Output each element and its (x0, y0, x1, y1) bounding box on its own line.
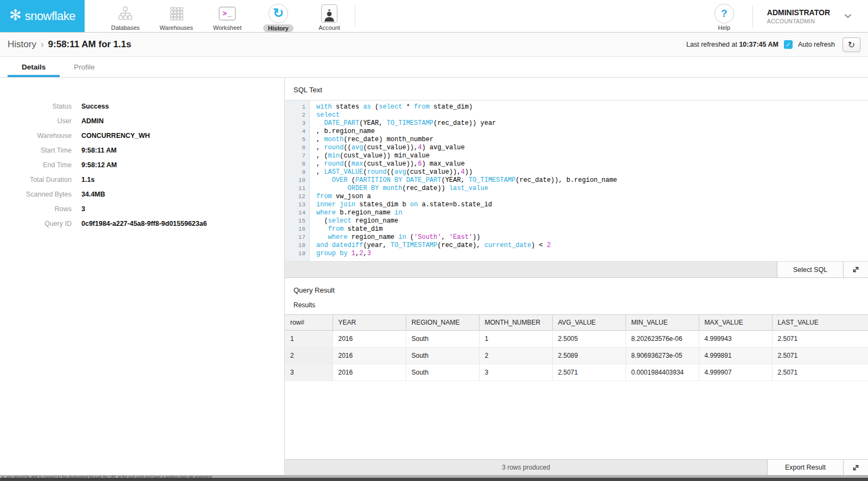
sql-line-number: 6 (285, 144, 309, 152)
sql-line-number: 18 (285, 242, 309, 250)
result-cell: 3 (479, 364, 552, 381)
nav-item-account[interactable]: Account (304, 0, 355, 32)
result-cell: 2016 (333, 347, 406, 364)
rows-produced-status: 3 rows produced (285, 460, 767, 475)
results-label: Results (285, 296, 868, 314)
column-header: AVG_VALUE (552, 315, 626, 331)
nav-label: Warehouses (159, 24, 193, 31)
query-result-title: Query Result (285, 278, 868, 296)
sql-line: where b.region_name in (316, 209, 868, 217)
sql-line: (select region_name (316, 217, 868, 225)
user-role: ACCOUNTADMIN (767, 18, 830, 24)
result-cell: 1 (479, 331, 552, 347)
column-header: REGION_NAME (406, 315, 479, 331)
result-cell: 2016 (333, 331, 406, 347)
result-cell: 2.5071 (772, 364, 868, 381)
cutoff-strip: ly, you should be able to connect to the… (0, 475, 868, 481)
result-row: 12016South12.50058.202623576e-064.999943… (285, 331, 868, 347)
detail-label: User (0, 117, 72, 125)
sql-line-number: 17 (285, 233, 309, 242)
auto-refresh-checkbox[interactable]: ✓ (784, 40, 793, 49)
sql-line-number: 5 (285, 136, 309, 144)
nav-item-worksheet[interactable]: >_ Worksheet (202, 0, 253, 32)
refresh-button[interactable]: ↻ (843, 37, 860, 52)
user-name: ADMINISTRATOR (767, 8, 830, 17)
sql-line-number: 11 (285, 185, 309, 193)
sql-line-number: 10 (285, 176, 309, 185)
tab-profile[interactable]: Profile (60, 57, 108, 77)
sql-line: OVER (PARTITION BY DATE_PART(YEAR, TO_TI… (316, 176, 868, 185)
sql-line: group by 1,2,3 (316, 250, 868, 258)
sql-toolbar: Select SQL (285, 262, 868, 278)
result-cell: 2 (285, 347, 333, 364)
result-cell: 2.5071 (772, 331, 868, 347)
detail-row: WarehouseCONCURRENCY_WH (0, 132, 284, 140)
detail-row: Rows3 (0, 205, 284, 213)
detail-label: Rows (0, 205, 72, 213)
result-cell: 0.0001984403934 (626, 364, 699, 381)
sql-line-number: 19 (285, 250, 309, 258)
detail-label: Start Time (0, 147, 72, 154)
select-sql-button[interactable]: Select SQL (777, 262, 843, 277)
result-cell: 8.906936273e-05 (626, 347, 699, 364)
breadcrumb-separator-icon: › (41, 39, 44, 50)
result-cell: South (406, 364, 479, 381)
result-cell: 2016 (333, 364, 406, 381)
sql-line-number: 2 (285, 111, 309, 119)
result-cell: 2.5071 (552, 364, 626, 381)
last-refreshed-text: Last refreshed at 10:37:45 AM (686, 41, 778, 48)
sql-line-number: 4 (285, 128, 309, 136)
sql-line-number: 16 (285, 225, 309, 233)
sql-text-title: SQL Text (285, 78, 868, 100)
sql-line: with states as (select * from state_dim) (316, 103, 868, 111)
results-footer: 3 rows produced Export Result (285, 459, 868, 475)
help-icon: ? (714, 4, 734, 23)
breadcrumb-bar: History › 9:58:11 AM for 1.1s Last refre… (0, 33, 868, 57)
export-result-button[interactable]: Export Result (767, 460, 843, 475)
column-header: row# (285, 315, 333, 331)
account-icon (321, 4, 337, 23)
sql-line: , (min(cust_value)) min_value (316, 152, 868, 160)
sql-line-number: 15 (285, 217, 309, 225)
breadcrumb-root[interactable]: History (8, 39, 36, 50)
sql-line-number: 9 (285, 168, 309, 176)
column-header: MIN_VALUE (626, 315, 699, 331)
column-header: YEAR (333, 315, 406, 331)
result-cell: 4.999891 (699, 347, 772, 364)
auto-refresh-label: Auto refresh (798, 41, 835, 48)
refresh-icon: ↻ (848, 40, 855, 50)
expand-sql-button[interactable] (843, 262, 868, 277)
detail-label: End Time (0, 161, 72, 169)
sql-line: and datediff(year, TO_TIMESTAMP(rec_date… (316, 242, 868, 250)
sql-line: , LAST_VALUE(round((avg(cust_value)),4)) (316, 168, 868, 176)
checkmark-icon: ✓ (786, 41, 790, 48)
detail-label: Warehouse (0, 132, 72, 140)
nav-item-warehouses[interactable]: Warehouses (151, 0, 202, 32)
sql-line-number: 13 (285, 201, 309, 209)
app-window: ✻ snowflake Databases (0, 0, 868, 481)
sql-editor[interactable]: 12345678910111213141516171819 with state… (285, 100, 868, 262)
column-header: LAST_VALUE (772, 315, 868, 331)
databases-icon (118, 4, 132, 23)
result-row: 32016South32.50710.00019844039344.999907… (285, 364, 868, 381)
nav-divider (355, 5, 355, 27)
page-title: 9:58:11 AM for 1.1s (48, 39, 131, 50)
result-cell: South (406, 347, 479, 364)
detail-label: Total Duration (0, 176, 72, 183)
expand-result-button[interactable] (843, 460, 868, 475)
result-cell: 4.999907 (699, 364, 772, 381)
detail-value: 1.1s (81, 176, 94, 183)
nav-item-databases[interactable]: Databases (100, 0, 151, 32)
result-cell: 2 (479, 347, 552, 364)
result-cell: 1 (285, 331, 333, 347)
tab-details[interactable]: Details (8, 57, 60, 77)
user-menu[interactable]: ADMINISTRATOR ACCOUNTADMIN (767, 8, 852, 24)
nav-label-active: History (263, 24, 293, 32)
snowflake-logo[interactable]: ✻ snowflake (0, 0, 85, 32)
help-button[interactable]: ? Help (714, 0, 734, 32)
primary-nav: Databases Warehouses >_ (85, 0, 355, 32)
details-panel: StatusSuccessUserADMINWarehouseCONCURREN… (0, 78, 285, 475)
result-cell: 8.202623576e-06 (626, 331, 699, 347)
detail-value: ADMIN (81, 117, 104, 125)
nav-item-history[interactable]: ↻ History (253, 0, 304, 32)
